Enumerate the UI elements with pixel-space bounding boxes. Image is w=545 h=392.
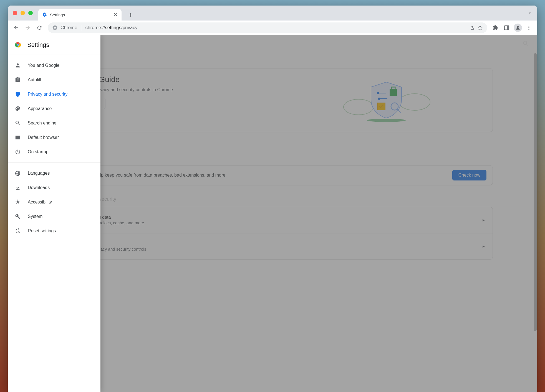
sidebar-item-system[interactable]: System	[8, 209, 100, 224]
close-window-button[interactable]	[13, 11, 17, 15]
sidebar-item-downloads[interactable]: Downloads	[8, 180, 100, 195]
share-icon[interactable]	[470, 25, 475, 30]
sidebar-item-on-startup[interactable]: On startup	[8, 145, 100, 159]
extensions-icon[interactable]	[491, 23, 501, 33]
sidebar-item-label: Appearance	[28, 106, 52, 111]
wrench-icon	[14, 213, 21, 220]
sidebar-title: Settings	[27, 41, 49, 49]
sidebar-item-languages[interactable]: Languages	[8, 166, 100, 180]
tab-title: Settings	[50, 12, 111, 17]
globe-icon	[14, 170, 21, 177]
content-area: Privacy Guide Review key privacy and sec…	[8, 35, 537, 392]
side-panel-icon[interactable]	[502, 23, 512, 33]
svg-point-22	[18, 44, 19, 45]
person-icon	[14, 62, 21, 69]
shield-icon	[14, 91, 21, 98]
chrome-menu-icon[interactable]	[524, 23, 534, 33]
sidebar-item-reset[interactable]: Reset settings	[8, 224, 100, 238]
settings-sidebar: Settings You and GoogleAutofillPrivacy a…	[8, 35, 100, 392]
omnibox-separator	[81, 25, 81, 31]
svg-point-6	[528, 29, 529, 30]
history-icon	[14, 228, 21, 234]
sidebar-item-label: On startup	[28, 149, 49, 154]
chrome-logo-icon	[14, 41, 22, 49]
bookmark-star-icon[interactable]	[477, 25, 483, 30]
profile-avatar[interactable]	[513, 23, 523, 33]
site-identity[interactable]: Chrome	[52, 25, 82, 31]
sidebar-divider	[8, 162, 100, 163]
svg-point-1	[54, 27, 56, 29]
browser-tab[interactable]: Settings ✕	[38, 9, 122, 21]
sidebar-item-accessibility[interactable]: Accessibility	[8, 195, 100, 209]
sidebar-item-appearance[interactable]: Appearance	[8, 101, 100, 116]
sidebar-list: You and GoogleAutofillPrivacy and securi…	[8, 55, 100, 392]
sidebar-item-label: Privacy and security	[28, 92, 67, 97]
sidebar-item-label: Downloads	[28, 185, 50, 190]
sidebar-item-default-browser[interactable]: Default browser	[8, 130, 100, 145]
sidebar-item-search-engine[interactable]: Search engine	[8, 116, 100, 130]
omnibox-url: chrome://settings/privacy	[85, 25, 137, 30]
sidebar-item-label: Languages	[28, 171, 50, 176]
clipboard-icon	[14, 77, 21, 83]
svg-point-4	[528, 26, 529, 26]
sidebar-item-label: Accessibility	[28, 200, 52, 205]
window-controls	[13, 11, 33, 15]
address-bar[interactable]: Chrome chrome://settings/privacy	[48, 22, 487, 33]
back-button[interactable]	[11, 23, 21, 33]
browser-window: Settings ✕ ＋ Chrome chrome://settings/pr…	[8, 6, 537, 392]
sidebar-item-you-and-google[interactable]: You and Google	[8, 58, 100, 73]
sidebar-item-label: You and Google	[28, 63, 59, 68]
toolbar: Chrome chrome://settings/privacy	[8, 21, 537, 35]
settings-gear-icon	[42, 12, 47, 17]
browser-icon	[14, 134, 21, 141]
sidebar-item-label: Search engine	[28, 121, 56, 126]
reload-button[interactable]	[34, 23, 44, 33]
omnibox-scheme-label: Chrome	[60, 25, 77, 30]
power-icon	[14, 149, 21, 155]
sidebar-item-label: System	[28, 214, 42, 219]
title-bar: Settings ✕ ＋	[8, 6, 537, 21]
svg-rect-3	[507, 26, 509, 30]
accessibility-icon	[14, 199, 21, 205]
download-icon	[14, 184, 21, 191]
sidebar-item-privacy[interactable]: Privacy and security	[8, 87, 100, 101]
forward-button[interactable]	[23, 23, 33, 33]
sidebar-item-label: Default browser	[28, 135, 59, 140]
svg-point-5	[528, 27, 529, 28]
search-icon	[14, 120, 21, 126]
sidebar-item-label: Autofill	[28, 77, 41, 82]
sidebar-item-label: Reset settings	[28, 228, 56, 233]
sidebar-header: Settings	[8, 35, 100, 55]
maximize-window-button[interactable]	[28, 11, 33, 15]
close-tab-icon[interactable]: ✕	[113, 12, 118, 18]
chrome-monochrome-icon	[52, 25, 58, 30]
palette-icon	[14, 105, 21, 112]
tabs-dropdown-icon[interactable]	[527, 11, 532, 16]
minimize-window-button[interactable]	[21, 11, 25, 15]
sidebar-item-autofill[interactable]: Autofill	[8, 73, 100, 87]
new-tab-button[interactable]: ＋	[126, 10, 135, 19]
